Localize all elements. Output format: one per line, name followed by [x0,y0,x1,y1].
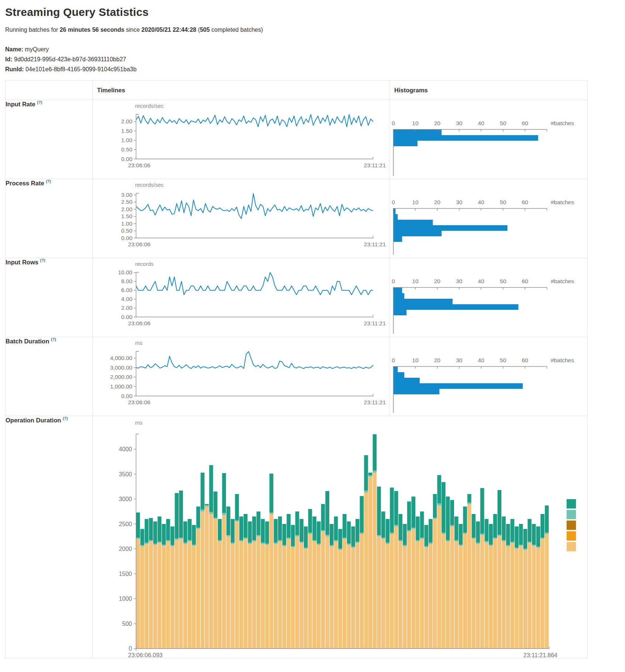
stack-bottom-segment [304,549,308,649]
metric-row-input-rows: Input Rows (?) records10.008.006.004.002… [6,258,588,337]
stack-mid-segment [338,549,342,550]
stack-bottom-segment [282,546,286,649]
stack-mid-segment [373,471,377,473]
runid-value: 04e101e6-8bf8-4165-9099-9104c951ba3b [25,66,137,72]
x-axis [136,236,373,238]
stack-top-segment [523,529,528,549]
stack-bottom-segment [179,539,183,649]
stack-top-segment [450,500,454,525]
help-icon[interactable]: (?) [46,179,51,184]
stack-mid-segment [226,535,230,536]
stack-top-segment [511,519,515,542]
stack-mid-segment [171,545,175,546]
input-rate-label-cell: Input Rate (?) [6,100,93,179]
svg-text:2.00: 2.00 [121,305,133,311]
stack-mid-segment [286,538,291,539]
stack-top-segment [416,517,420,540]
input-rate-histogram-chart: 0102030405060#batches [390,100,587,179]
stack-top-segment [334,517,338,540]
stack-bottom-segment [424,547,428,648]
svg-text:23:11:21: 23:11:21 [364,162,386,168]
stack-top-segment [209,465,213,512]
svg-text:23:06:06: 23:06:06 [128,399,150,405]
svg-text:#batches: #batches [551,278,574,284]
stack-bottom-segment [308,534,312,649]
statistics-table: Timelines Histograms Input Rate (?) reco… [5,80,588,658]
stack-mid-segment [343,538,347,539]
stack-bottom-segment [200,511,205,648]
help-icon[interactable]: (?) [40,258,45,263]
svg-text:23:11:21.864: 23:11:21.864 [523,652,557,658]
stack-top-segment [248,521,252,542]
stack-top-segment [446,497,450,540]
stack-mid-segment [209,512,213,514]
help-icon[interactable]: (?) [63,416,68,421]
metric-label: Batch Duration [6,338,49,344]
stack-top-segment [502,517,506,540]
stack-bottom-segment [248,544,252,649]
svg-text:0: 0 [392,199,395,205]
timeline-svg: ms4,000.003,000.002,000.001,000.000.0023… [93,337,389,416]
stack-mid-segment [158,542,162,543]
timeline-line [136,193,373,219]
help-icon[interactable]: (?) [37,100,42,104]
svg-text:2500: 2500 [119,521,132,527]
svg-text:ms: ms [135,419,142,426]
stack-top-segment [515,527,519,548]
stack-mid-segment [213,518,217,519]
svg-text:10: 10 [412,120,419,126]
stack-bottom-segment [407,531,411,648]
svg-text:4,000.00: 4,000.00 [110,355,133,361]
operation-duration-stacked-chart: ms4000350030002500200015001000500023:06:… [93,416,587,658]
stack-mid-segment [274,543,278,544]
help-icon[interactable]: (?) [51,337,56,342]
timeline-svg: records10.008.006.004.002.000.0023:06:06… [93,258,389,337]
query-id-line: Id: 9d0dd219-995d-423e-b97d-36931110bb27 [5,54,625,64]
stack-bottom-segment [390,534,394,649]
stack-bottom-segment [145,544,149,649]
stack-bottom-segment [257,536,261,649]
stack-top-segment [403,524,407,545]
stack-top-segment [399,514,403,540]
stack-bottom-segment [506,546,510,649]
stack-mid-segment [261,543,265,544]
stack-mid-segment [145,543,149,544]
svg-text:1000: 1000 [119,596,132,602]
histogram-bar [394,383,523,389]
stack-bottom-segment [416,541,420,648]
stack-mid-segment [231,543,235,544]
stack-top-segment [356,519,360,542]
stack-top-segment [192,525,196,545]
histogram-bar [394,372,405,378]
stack-mid-segment [257,535,261,536]
svg-text:ms: ms [135,340,142,346]
stack-mid-segment [295,535,299,536]
table-header-row: Timelines Histograms [6,80,588,100]
svg-text:20: 20 [434,357,441,363]
completed-suffix: completed batches) [210,27,263,33]
stack-top-segment [420,511,424,538]
process-rate-timeline-chart: records/sec3.002.502.001.501.000.500.002… [93,179,389,258]
stack-bottom-segment [519,546,523,648]
stack-top-segment [226,507,230,535]
histogram-bar [394,310,407,315]
stack-mid-segment [476,543,480,544]
legend-swatch [566,499,576,509]
stack-mid-segment [511,542,515,543]
stack-bottom-segment [162,546,166,648]
query-metadata: Name: myQuery Id: 9d0dd219-995d-423e-b97… [5,44,625,74]
svg-text:40: 40 [478,199,485,205]
stack-mid-segment [334,540,338,541]
stack-mid-segment [244,538,248,539]
stack-top-segment [308,509,312,533]
stack-mid-segment [200,510,205,511]
histogram-bar [394,231,442,236]
svg-text:10: 10 [412,199,419,205]
stack-mid-segment [394,525,398,527]
svg-text:60: 60 [522,357,528,363]
svg-text:30: 30 [456,278,463,284]
svg-text:8.00: 8.00 [121,278,133,284]
stack-mid-segment [351,546,355,548]
query-runid-line: RunId: 04e101e6-8bf8-4165-9099-9104c951b… [5,64,625,74]
stack-bottom-segment [213,519,217,649]
